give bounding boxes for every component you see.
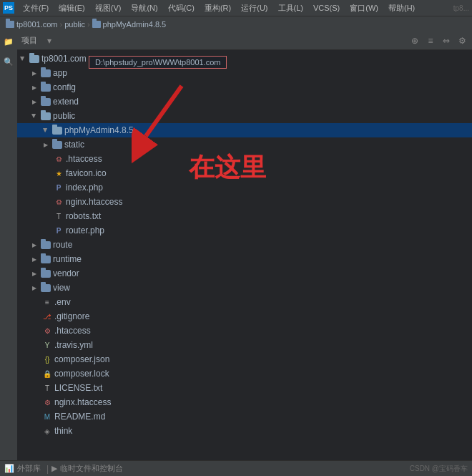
menu-tools[interactable]: 工具(L) <box>274 1 308 15</box>
file-icon-travis: Y <box>42 340 52 350</box>
folder-icon-config <box>41 84 51 92</box>
folder-icon-root <box>29 55 39 63</box>
tree-item-robots[interactable]: T robots.txt <box>17 209 472 223</box>
arrow-extend: ▶ <box>30 97 39 106</box>
tree-item-nginx-htaccess-root[interactable]: ⚙ nginx.htaccess <box>17 395 472 409</box>
tree-label-env: .env <box>54 297 469 307</box>
tree-item-composer-lock[interactable]: 🔒 composer.lock <box>17 366 472 381</box>
tree-label-travis: .travis.yml <box>54 340 469 350</box>
tree-label-router-php: router.php <box>66 225 469 235</box>
menu-refactor[interactable]: 重构(R) <box>200 1 235 15</box>
panel-toolbar-right: ⊕ ≡ ⇔ ⚙ <box>409 35 468 47</box>
tree-item-index-php[interactable]: P index.php <box>17 180 472 195</box>
tree-item-static[interactable]: ▶ static <box>17 137 472 152</box>
menu-view[interactable]: 视图(V) <box>91 1 126 15</box>
bottom-bar-terminal-icon: ▶ <box>51 464 57 473</box>
tree-label-htaccess-public: .htaccess <box>66 154 469 164</box>
file-icon-index-php: P <box>54 183 64 193</box>
tree-item-gitignore[interactable]: ⎇ .gitignore <box>17 309 472 324</box>
toolbar-list-icon[interactable]: ≡ <box>425 35 436 47</box>
arrow-runtime: ▶ <box>30 255 39 263</box>
panel-toolbar: 项目 ▾ ⊕ ≡ ⇔ ⚙ <box>17 31 472 50</box>
folder-icon-view <box>41 284 51 292</box>
panel-dropdown-button[interactable]: ▾ <box>44 36 54 46</box>
arrow-root: ▶ <box>19 54 27 63</box>
file-icon-router-php: P <box>54 225 64 235</box>
sidebar-icon-search[interactable]: 🔍 <box>1 54 16 69</box>
tree-label-vendor: vendor <box>53 268 469 278</box>
tree-label-view: view <box>53 283 469 293</box>
file-tree: D:\phpstudy_pro\WWW\tp8001.com ▶ tp8001.… <box>17 50 472 460</box>
tree-label-app: app <box>53 68 469 78</box>
bottom-bar-chart-icon: 📊 <box>4 464 14 473</box>
tree-item-view[interactable]: ▶ view <box>17 281 472 295</box>
panel-title: 项目 <box>21 35 37 46</box>
arrow-phpmyadmin: ▶ <box>41 126 50 135</box>
menu-run[interactable]: 运行(U) <box>237 1 272 15</box>
tree-label-root: tp8001.com <box>41 54 469 64</box>
menu-nav[interactable]: 导航(N) <box>127 1 162 15</box>
tree-item-vendor[interactable]: ▶ vendor <box>17 266 472 281</box>
tree-item-readme[interactable]: M README.md <box>17 409 472 424</box>
breadcrumb-part-2[interactable]: public <box>64 20 85 29</box>
tree-label-runtime: runtime <box>53 254 469 264</box>
folder-icon-vendor <box>41 270 51 278</box>
tree-item-favicon[interactable]: ★ favicon.ico <box>17 166 472 180</box>
tree-item-nginx-htaccess-public[interactable]: ⚙ nginx.htaccess <box>17 195 472 209</box>
tree-item-extend[interactable]: ▶ extend <box>17 94 472 109</box>
tree-item-env[interactable]: ≡ .env <box>17 295 472 309</box>
arrow-route: ▶ <box>30 241 39 249</box>
bottom-item-external-libs[interactable]: 外部库 <box>17 463 41 474</box>
menu-edit[interactable]: 编辑(E) <box>54 1 89 15</box>
toolbar-sync-icon[interactable]: ⇔ <box>441 35 452 47</box>
tree-label-favicon: favicon.ico <box>66 168 469 178</box>
tree-item-public[interactable]: ▶ public <box>17 109 472 123</box>
folder-icon-extend <box>41 98 51 106</box>
tree-item-route[interactable]: ▶ route <box>17 238 472 252</box>
file-icon-env: ≡ <box>42 297 52 307</box>
folder-icon-public <box>41 112 51 120</box>
tree-item-license[interactable]: T LICENSE.txt <box>17 381 472 395</box>
tree-item-runtime[interactable]: ▶ runtime <box>17 252 472 266</box>
breadcrumb-part-3[interactable]: phpMyAdmin4.8.5 <box>103 20 167 29</box>
tree-item-app[interactable]: ▶ app <box>17 66 472 80</box>
tree-label-gitignore: .gitignore <box>54 311 469 321</box>
menu-help[interactable]: 帮助(H) <box>384 1 419 15</box>
menu-file[interactable]: 文件(F) <box>19 1 53 15</box>
tree-label-license: LICENSE.txt <box>54 383 469 393</box>
tree-item-think[interactable]: ◈ think <box>17 424 472 438</box>
folder-icon-runtime <box>41 256 51 263</box>
bottom-item-temp-files[interactable]: 临时文件和控制台 <box>60 463 123 474</box>
menu-window[interactable]: 窗口(W) <box>345 1 383 15</box>
tree-item-root[interactable]: ▶ tp8001.com <box>17 52 472 66</box>
tree-label-readme: README.md <box>54 412 469 422</box>
bottom-bar: 📊 外部库 | ▶ 临时文件和控制台 CSDN @宝码香车 <box>0 460 472 476</box>
file-icon-nginx-htaccess-root: ⚙ <box>42 397 52 407</box>
bottom-sep: | <box>46 464 49 474</box>
tree-label-static: static <box>64 140 469 150</box>
tree-item-config[interactable]: ▶ config <box>17 80 472 94</box>
tree-label-phpmyadmin: phpMyAdmin4.8.5 <box>64 125 469 135</box>
breadcrumb-part-1[interactable]: tp8001.com <box>16 20 57 29</box>
menubar: PS 文件(F) 编辑(E) 视图(V) 导航(N) 代码(C) 重构(R) 运… <box>0 0 472 16</box>
file-icon-favicon: ★ <box>54 168 64 178</box>
tree-item-phpmyadmin[interactable]: ▶ phpMyAdmin4.8.5 <box>17 123 472 137</box>
tree-item-htaccess-public[interactable]: ⚙ .htaccess <box>17 152 472 166</box>
sidebar-icons: 📁 🔍 <box>0 31 17 460</box>
tree-label-htaccess-root: .htaccess <box>54 326 469 336</box>
menu-vcs[interactable]: VCS(S) <box>309 2 344 14</box>
toolbar-add-icon[interactable]: ⊕ <box>409 35 421 47</box>
bottom-right-credit: CSDN @宝码香车 <box>410 464 468 474</box>
arrow-app: ▶ <box>30 69 39 77</box>
tree-label-nginx-htaccess-root: nginx.htaccess <box>54 397 469 407</box>
tree-item-composer-json[interactable]: {} composer.json <box>17 352 472 366</box>
toolbar-gear-icon[interactable]: ⚙ <box>456 35 468 47</box>
arrow-static: ▶ <box>41 140 50 149</box>
sidebar-icon-folder[interactable]: 📁 <box>1 34 16 49</box>
file-icon-nginx-htaccess-public: ⚙ <box>54 197 64 207</box>
tree-item-htaccess-root[interactable]: ⚙ .htaccess <box>17 324 472 338</box>
tree-item-router-php[interactable]: P router.php <box>17 223 472 238</box>
breadcrumb: tp8001.com › public › phpMyAdmin4.8.5 <box>0 16 472 31</box>
menu-code[interactable]: 代码(C) <box>164 1 199 15</box>
tree-item-travis[interactable]: Y .travis.yml <box>17 338 472 352</box>
